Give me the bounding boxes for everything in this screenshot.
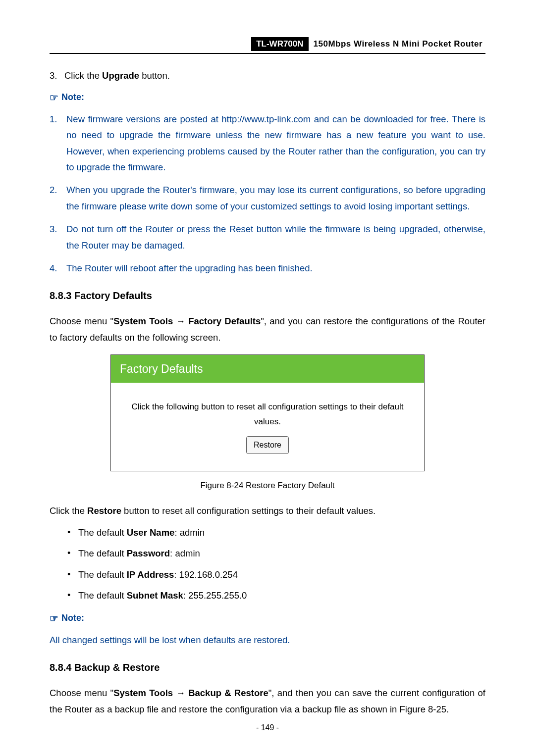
page-number: - 149 - bbox=[0, 723, 535, 732]
step-3-text: Click the Upgrade button. bbox=[64, 68, 170, 84]
panel-title: Factory Defaults bbox=[111, 355, 424, 383]
list-item: The default User Name: admin bbox=[78, 525, 485, 541]
document-page: TL-WR700N 150Mbps Wireless N Mini Pocket… bbox=[0, 0, 535, 756]
figure-caption: Figure 8-24 Restore Factory Default bbox=[50, 478, 485, 493]
restore-button[interactable]: Restore bbox=[246, 436, 289, 454]
note-item: 4.The Router will reboot after the upgra… bbox=[50, 260, 485, 276]
note-label: Note: bbox=[61, 90, 84, 105]
note-item: 2.When you upgrade the Router's firmware… bbox=[50, 182, 485, 214]
pointing-hand-icon: ☞ bbox=[50, 613, 58, 623]
defaults-list: The default User Name: admin The default… bbox=[50, 525, 485, 604]
note-item: 1.New firmware versions are posted at ht… bbox=[50, 111, 485, 176]
list-item: The default Subnet Mask: 255.255.255.0 bbox=[78, 588, 485, 604]
note-heading-1: ☞ Note: bbox=[50, 90, 485, 105]
heading-8-8-3: 8.8.3 Factory Defaults bbox=[50, 287, 485, 304]
restore-paragraph: Click the Restore button to reset all co… bbox=[50, 503, 485, 519]
heading-8-8-4: 8.8.4 Backup & Restore bbox=[50, 659, 485, 676]
panel-instruction: Click the following button to reset all … bbox=[126, 400, 409, 429]
note-heading-2: ☞ Note: bbox=[50, 610, 485, 626]
factory-defaults-panel: Factory Defaults Click the following but… bbox=[110, 354, 425, 471]
pointing-hand-icon: ☞ bbox=[50, 93, 58, 102]
note-list-1: 1.New firmware versions are posted at ht… bbox=[50, 111, 485, 276]
model-badge: TL-WR700N bbox=[251, 37, 308, 51]
step-3-number: 3. bbox=[50, 68, 64, 84]
header-rule bbox=[50, 53, 485, 54]
note-item: 3.Do not turn off the Router or press th… bbox=[50, 221, 485, 253]
step-3: 3. Click the Upgrade button. bbox=[50, 68, 485, 84]
figure-8-24: Factory Defaults Click the following but… bbox=[50, 354, 485, 471]
list-item: The default IP Address: 192.168.0.254 bbox=[78, 567, 485, 583]
section-8-8-4-intro: Choose menu "System Tools → Backup & Res… bbox=[50, 685, 485, 717]
panel-body: Click the following button to reset all … bbox=[111, 383, 424, 471]
page-header: TL-WR700N 150Mbps Wireless N Mini Pocket… bbox=[50, 37, 485, 51]
product-title: 150Mbps Wireless N Mini Pocket Router bbox=[309, 37, 485, 51]
note-label: Note: bbox=[61, 610, 84, 626]
section-8-8-3-intro: Choose menu "System Tools → Factory Defa… bbox=[50, 313, 485, 346]
body: 3. Click the Upgrade button. ☞ Note: 1.N… bbox=[50, 68, 485, 717]
list-item: The default Password: admin bbox=[78, 546, 485, 561]
note-2-text: All changed settings will be lost when d… bbox=[50, 632, 485, 648]
